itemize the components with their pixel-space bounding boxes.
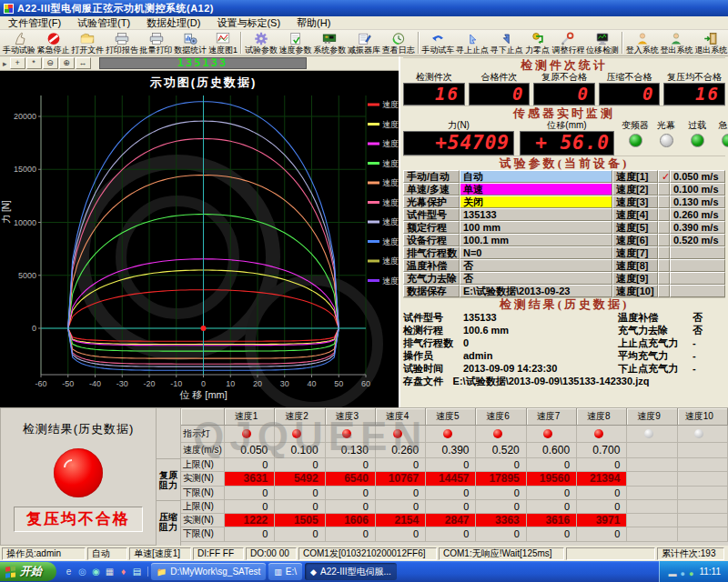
toolbar-button-20[interactable]: 登出系统 (660, 30, 694, 55)
speed-cell (627, 443, 677, 458)
quick-launch-icon-4[interactable]: ▦ (104, 567, 116, 577)
led-block-急停: 急停 (713, 120, 728, 147)
result-value-2: - (693, 349, 725, 362)
toolbar-button-1[interactable]: 手动试验 (2, 30, 36, 55)
param-value[interactable]: 单速 (460, 183, 612, 196)
param-label: 单速/多速 (403, 183, 460, 196)
verdict-text: 复压均不合格 (14, 507, 143, 532)
star-button[interactable]: * (26, 57, 42, 69)
toolbar-button-10[interactable]: 系统参数 (312, 30, 347, 55)
task-button-label: D:\MyWork\sg_SATest (170, 567, 260, 577)
indicator-cell (476, 426, 526, 443)
toolbar-button-7[interactable]: 速度图1 (207, 30, 238, 55)
toolbar-button-3[interactable]: 打开文件 (70, 30, 105, 55)
toolbar-button-16[interactable]: 力零点 (524, 30, 551, 55)
tray-icon-1[interactable]: ▬ (669, 569, 677, 578)
start-button[interactable]: 开始 (0, 562, 56, 581)
param-value[interactable]: 关闭 (460, 196, 612, 208)
toolbar-button-9[interactable]: 速度参数 (278, 30, 313, 55)
zoom-in-button[interactable]: ⊕ (59, 57, 75, 69)
indicator-diagram-chart[interactable]: -60-50-40-30-20-100102030405060050001000… (0, 71, 399, 407)
measured-cell: 3363 (476, 514, 526, 527)
application-window: A22-III型电伺服正弦示功机测控系统(A12) 文件管理(F) 试验管理(T… (0, 0, 728, 582)
param-row-5: 额定行程100 mm速度[5]0.390 m/s (403, 221, 725, 234)
limit-cell: 0 (326, 500, 376, 514)
column-header: 速度1 (225, 408, 275, 426)
limit-cell: 0 (326, 527, 376, 541)
toolbar-button-label: 数据统计 (174, 45, 207, 55)
toolbar-button-12[interactable]: 查看日志 (381, 30, 416, 55)
result-value: 2013-09-09 14:23:30 (463, 362, 618, 375)
toolbar-button-17[interactable]: 调整行程 (551, 30, 586, 55)
svg-text:速度9: 速度9 (382, 256, 399, 266)
toolbar-button-13[interactable]: 手动试车 (421, 30, 456, 55)
svg-text:50: 50 (334, 379, 343, 388)
tray-icon-3[interactable]: ● (689, 569, 693, 578)
quick-launch-icon-1[interactable]: e (63, 567, 75, 577)
quick-launch-icon-3[interactable]: ◉ (90, 567, 102, 577)
task-button-3[interactable]: ◆A22-III型电伺服... (305, 563, 397, 580)
table-row: 下限(N)00000000 (181, 487, 728, 500)
toolbar-button-label: 打开文件 (71, 45, 104, 55)
toolbar-button-5[interactable]: 批量打印 (139, 30, 174, 55)
menu-settings[interactable]: 设置与标定(S) (208, 16, 288, 30)
force-seven-segment-display: +54709 (403, 131, 514, 156)
menu-test[interactable]: 试验管理(T) (69, 16, 138, 30)
zoom-out-button[interactable]: ⊖ (43, 57, 58, 69)
menu-help[interactable]: 帮助(H) (288, 16, 339, 30)
right-panel: 检测件次统计 检测件次16合格件次0复原不合格0压缩不合格0复压均不合格16 传… (399, 56, 728, 407)
param-label: 充气力去除 (403, 272, 460, 285)
param-value: 否 (460, 259, 612, 272)
speed-label: 速度[7] (612, 246, 658, 259)
splitter-handle[interactable]: ▸ (0, 59, 10, 68)
measured-cell: 1606 (326, 514, 376, 527)
speed-label: 速度[5] (612, 221, 658, 234)
toolbar-button-2[interactable]: 紧急停止 (36, 30, 71, 55)
cursor-down-icon (498, 32, 516, 45)
login-person-icon (633, 32, 652, 45)
toolbar-button-14[interactable]: 寻上止点 (455, 30, 490, 55)
quick-launch-icon-2[interactable]: ◎ (76, 567, 88, 577)
app-icon (4, 4, 14, 14)
svg-text:-20: -20 (143, 379, 155, 388)
svg-text:30: 30 (280, 379, 289, 388)
indicator-cell (426, 426, 476, 443)
toolbar-button-label: 退出系统 (694, 45, 727, 55)
quick-launch-icon-6[interactable]: ▤ (131, 567, 143, 577)
specimen-counter-display: 135133 (99, 57, 307, 69)
limit-cell (678, 500, 728, 514)
tray-icon-2[interactable]: ● (681, 569, 685, 578)
toolbar-button-label: 寻下止点 (490, 45, 523, 55)
param-value: 否 (460, 272, 612, 285)
crosshair-button[interactable]: + (10, 57, 25, 69)
menu-file[interactable]: 文件管理(F) (0, 16, 69, 30)
stop-icon (45, 32, 63, 45)
fit-width-button[interactable]: ↔ (76, 57, 91, 69)
menu-data[interactable]: 数据处理(D) (138, 16, 208, 30)
toolbar-button-15[interactable]: 寻下止点 (490, 30, 524, 55)
speed-cell (678, 443, 728, 458)
toolbar-button-21[interactable]: 退出系统 (693, 30, 728, 55)
task-button-1[interactable]: 📁D:\MyWork\sg_SATest (151, 563, 266, 580)
printer-icon (113, 32, 131, 45)
result-row-5: 试验时间2013-09-09 14:23:30下止点充气力- (403, 362, 725, 375)
gray-indicator-led (694, 429, 703, 438)
stat-label: 复压均不合格 (663, 72, 725, 83)
result-row-1: 试件型号135133温度补偿否 (403, 311, 725, 324)
stats-displays: 检测件次16合格件次0复原不合格0压缩不合格0复压均不合格16 (403, 72, 725, 105)
svg-text:-40: -40 (89, 379, 101, 388)
param-row-1: 手动/自动自动速度[1]✓0.050 m/s (403, 170, 725, 183)
toolbar-button-19[interactable]: 登入系统 (625, 30, 660, 55)
toolbar-button-6[interactable]: 数据统计 (173, 30, 207, 55)
param-row-2: 单速/多速单速速度[2]0.100 m/s (403, 183, 725, 196)
toolbar-button-18[interactable]: 位移检测 (585, 30, 620, 55)
toolbar-button-8[interactable]: 试验参数 (244, 30, 278, 55)
param-value[interactable]: 自动 (460, 170, 612, 183)
toolbar-button-4[interactable]: 打印报告 (105, 30, 139, 55)
limit-cell (678, 487, 728, 500)
limit-row-label: 实测(N) (181, 514, 225, 527)
quick-launch-icon-5[interactable]: ♦ (117, 567, 129, 577)
limit-cell (678, 458, 728, 472)
task-button-2[interactable]: ▥E:\ (268, 563, 302, 580)
toolbar-button-11[interactable]: 减振器库 (347, 30, 381, 55)
